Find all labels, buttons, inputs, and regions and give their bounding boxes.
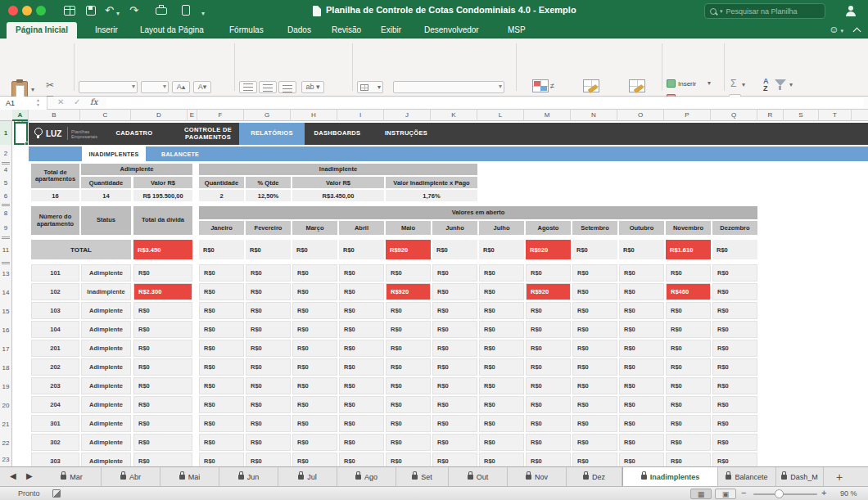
nav-item-controle-de-pagamentos[interactable]: CONTROLE DE PAGAMENTOS xyxy=(179,123,237,145)
cell-month-abril[interactable]: R$0 xyxy=(339,321,384,338)
sheet-tab-balancete[interactable]: Balancete xyxy=(718,467,776,487)
cell-month-fevereiro[interactable]: R$0 xyxy=(246,283,291,300)
column-header-S[interactable]: S xyxy=(784,110,819,121)
cell-debt[interactable]: R$0 xyxy=(133,434,192,451)
cell-month-junho[interactable]: R$0 xyxy=(432,264,477,282)
cell-month-agosto[interactable]: R$0 xyxy=(526,340,571,357)
align-bottom-button[interactable] xyxy=(278,81,296,93)
cell-month-março[interactable]: R$0 xyxy=(292,340,337,357)
insert-function-icon[interactable]: fx xyxy=(90,97,97,106)
normal-view-button[interactable]: ▦ xyxy=(690,489,712,499)
conditional-formatting-icon[interactable]: ≠ xyxy=(532,79,549,92)
column-header-G[interactable]: G xyxy=(244,110,291,121)
column-header-T[interactable]: T xyxy=(819,110,852,121)
cell-month-janeiro[interactable]: R$0 xyxy=(199,340,244,357)
cell-month-maio[interactable]: R$0 xyxy=(386,340,431,357)
cell-styles-icon[interactable] xyxy=(629,79,645,92)
column-header-M[interactable]: M xyxy=(524,110,571,121)
column-header-P[interactable]: P xyxy=(664,110,711,121)
cell-month-setembro[interactable]: R$0 xyxy=(572,340,617,357)
cell-month-novembro[interactable]: R$0 xyxy=(666,264,711,282)
cell-month-junho[interactable]: R$0 xyxy=(432,377,477,394)
sheet-tab-jun[interactable]: Jun xyxy=(219,467,278,487)
cell-month-abril[interactable]: R$0 xyxy=(339,415,384,432)
row-header-18[interactable]: 18 xyxy=(0,358,11,377)
cell-status[interactable]: Adimplente xyxy=(81,340,131,357)
cell-month-março[interactable]: R$0 xyxy=(292,434,337,451)
cell-month-março[interactable]: R$0 xyxy=(292,321,337,338)
cell-month-junho[interactable]: R$0 xyxy=(432,358,477,376)
cell-month-maio[interactable]: R$0 xyxy=(386,396,431,413)
add-sheet-button[interactable]: + xyxy=(827,467,852,487)
cell-month-setembro[interactable]: R$0 xyxy=(572,358,617,376)
cell-month-outubro[interactable]: R$0 xyxy=(619,377,664,394)
cell-month-novembro[interactable]: R$0 xyxy=(666,358,711,376)
cell-status[interactable]: Adimplente xyxy=(81,302,131,319)
cell-month-abril[interactable]: R$0 xyxy=(339,377,384,394)
feedback-smiley-icon[interactable]: ☺ ▾ xyxy=(829,24,843,35)
cell-month-junho[interactable]: R$0 xyxy=(432,434,477,451)
account-icon[interactable] xyxy=(845,6,857,17)
ribbon-tab-msp[interactable]: MSP xyxy=(501,22,532,38)
cell-month-abril[interactable]: R$0 xyxy=(339,264,384,282)
cell-month-fevereiro[interactable]: R$0 xyxy=(246,321,291,338)
column-header-F[interactable]: F xyxy=(197,110,244,121)
sheet-tab-dez[interactable]: Dez xyxy=(567,467,622,487)
print-icon[interactable] xyxy=(156,7,167,15)
row-header-11[interactable]: 11 xyxy=(0,240,11,260)
cell-month-março[interactable]: R$0 xyxy=(292,415,337,432)
cell-month-julho[interactable]: R$0 xyxy=(479,302,524,319)
cell-month-dezembro[interactable]: R$0 xyxy=(712,302,757,319)
column-header-B[interactable]: B xyxy=(29,110,80,121)
cell-month-março[interactable]: R$0 xyxy=(292,264,337,282)
cell-month-julho[interactable]: R$0 xyxy=(479,264,524,282)
cell-apartment[interactable]: 101 xyxy=(31,264,79,282)
ribbon-tab-dados[interactable]: Dados xyxy=(281,22,318,38)
ribbon-tab-layout-da-p-gina[interactable]: Layout da Página xyxy=(133,22,210,38)
cell-debt[interactable]: R$0 xyxy=(133,340,192,357)
cell-month-dezembro[interactable]: R$0 xyxy=(712,283,757,300)
nav-item-instru-es[interactable]: INSTRUÇÕES xyxy=(370,123,442,145)
cell-month-abril[interactable]: R$0 xyxy=(339,396,384,413)
cell-month-agosto[interactable]: R$0 xyxy=(526,415,571,432)
new-document-icon[interactable] xyxy=(182,5,190,16)
cell-status[interactable]: Adimplente xyxy=(81,264,131,282)
subtab-inadimplentes[interactable]: INADIMPLENTES xyxy=(82,146,146,161)
cell-month-agosto[interactable]: R$0 xyxy=(526,377,571,394)
row-header-2[interactable]: 2 xyxy=(0,146,11,161)
cell-month-junho[interactable]: R$0 xyxy=(432,396,477,413)
minimize-window-button[interactable] xyxy=(22,6,32,16)
cell-month-abril[interactable]: R$0 xyxy=(339,302,384,319)
cell-month-abril[interactable]: R$0 xyxy=(339,340,384,357)
format-as-table-icon[interactable] xyxy=(583,79,599,92)
cell-month-abril[interactable]: R$0 xyxy=(339,358,384,376)
cell-month-setembro[interactable]: R$0 xyxy=(572,283,617,300)
sheet-scroll-right-icon[interactable]: ▶ xyxy=(26,471,33,480)
cell-month-julho[interactable]: R$0 xyxy=(479,396,524,413)
cell-month-junho[interactable]: R$0 xyxy=(432,302,477,319)
cell-month-abril[interactable]: R$0 xyxy=(339,283,384,300)
row-header-1[interactable]: 1 xyxy=(0,121,11,145)
cell-month-janeiro[interactable]: R$0 xyxy=(199,396,244,413)
cell-apartment[interactable]: 203 xyxy=(31,377,79,394)
cell-month-fevereiro[interactable]: R$0 xyxy=(246,434,291,451)
cell-debt[interactable]: R$0 xyxy=(133,415,192,432)
cell-month-janeiro[interactable]: R$0 xyxy=(199,264,244,282)
cell-month-julho[interactable]: R$0 xyxy=(479,415,524,432)
cell-month-maio[interactable]: R$0 xyxy=(386,264,431,282)
column-header-O[interactable]: O xyxy=(617,110,664,121)
align-top-button[interactable] xyxy=(239,81,257,93)
font-size-select[interactable] xyxy=(141,81,169,93)
column-header-E[interactable]: E xyxy=(188,110,197,121)
cell-month-novembro[interactable]: R$460 xyxy=(666,283,711,300)
cell-month-junho[interactable]: R$0 xyxy=(432,415,477,432)
merge-center-button[interactable]: ▾ xyxy=(357,81,383,93)
row-header-8[interactable]: 8 xyxy=(0,206,11,220)
font-name-select[interactable] xyxy=(79,81,138,93)
cell-status[interactable]: Adimplente xyxy=(81,358,131,376)
name-box[interactable]: A1 xyxy=(0,97,47,110)
column-header-C[interactable]: C xyxy=(80,110,131,121)
row-header-23[interactable]: 23 xyxy=(0,453,11,466)
cell-month-julho[interactable]: R$0 xyxy=(479,283,524,300)
cell-apartment[interactable]: 301 xyxy=(31,415,79,432)
